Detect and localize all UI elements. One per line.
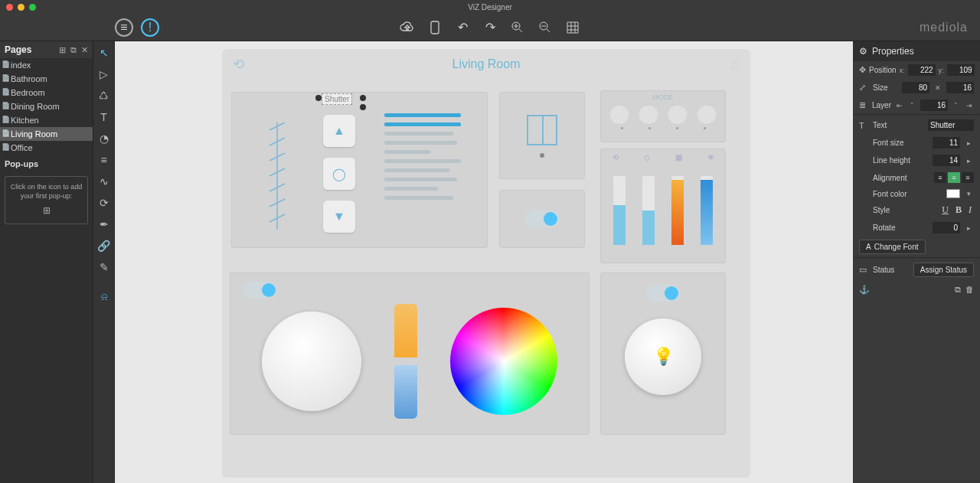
pen-tool-icon[interactable]: ✒ [97, 217, 111, 231]
back-icon[interactable]: ⟲ [233, 56, 244, 73]
link-tool-icon[interactable]: 🔗 [97, 239, 111, 253]
add-popup-icon[interactable]: ⊞ [10, 205, 83, 217]
menu-button[interactable]: ≡ [115, 18, 133, 37]
lock-aspect-icon[interactable]: ✕ [933, 84, 943, 92]
layer-front-icon[interactable]: ⇥ [964, 102, 974, 109]
minimize-icon[interactable] [18, 4, 24, 11]
text-input[interactable] [928, 119, 974, 131]
shutter-stop-button[interactable]: ◯ [323, 158, 355, 190]
shutter-down-button[interactable]: ▼ [323, 201, 355, 233]
undo-icon[interactable]: ↶ [455, 20, 470, 35]
share-tool-icon[interactable]: ⍾ [97, 289, 111, 303]
layer-back-icon[interactable]: ⇤ [894, 102, 904, 109]
ruler-widget[interactable] [254, 122, 300, 230]
layer-icon: ≣ [859, 100, 869, 110]
layer-down-icon[interactable]: ˅ [907, 102, 917, 109]
height-input[interactable] [946, 82, 974, 93]
color-dropdown-icon[interactable]: ▾ [963, 190, 974, 197]
stepper-icon[interactable]: ▸ [963, 224, 974, 232]
shutter-card[interactable]: Shutter ▲ ◯ ▼ [231, 92, 488, 248]
level-bar[interactable] [701, 176, 713, 245]
page-item[interactable]: Bedroom [0, 86, 93, 100]
play-tool-icon[interactable]: ▷ [97, 67, 111, 81]
align-right-icon[interactable]: ≡ [962, 172, 974, 183]
underline-icon[interactable]: U [939, 204, 951, 215]
maximize-icon[interactable] [29, 4, 36, 11]
text-tool-icon[interactable]: T [97, 110, 111, 124]
position-x-input[interactable] [908, 64, 936, 76]
zoom-in-icon[interactable] [510, 20, 525, 35]
delete-icon[interactable]: 🗑 [965, 285, 974, 294]
shape-tool-icon[interactable]: ♺ [97, 89, 111, 103]
canvas[interactable]: ⟲ Living Room ⌂ Shutter [115, 41, 853, 483]
page-item[interactable]: Dining Room [0, 100, 93, 113]
brightness-dial[interactable] [262, 312, 361, 411]
window-controls[interactable] [0, 4, 36, 11]
bold-icon[interactable]: B [953, 204, 964, 215]
selection-handle[interactable] [315, 95, 322, 101]
color-card[interactable] [230, 273, 590, 435]
mode-button[interactable] [639, 104, 658, 124]
font-color-swatch[interactable] [946, 189, 960, 198]
layer-input[interactable] [920, 100, 948, 111]
stepper-icon[interactable]: ▸ [963, 157, 974, 165]
refresh-tool-icon[interactable]: ⟳ [97, 196, 111, 210]
assign-status-button[interactable]: Assign Status [913, 263, 974, 277]
close-icon[interactable] [6, 4, 13, 11]
copy-icon[interactable]: ⧉ [955, 285, 961, 294]
toggle-switch[interactable] [646, 285, 680, 302]
duplicate-page-icon[interactable]: ⧉ [70, 45, 77, 55]
device-icon[interactable] [427, 20, 443, 35]
grid-icon[interactable] [565, 20, 580, 35]
alert-button[interactable]: ! [141, 18, 159, 37]
level-bar[interactable] [613, 176, 626, 245]
light-card[interactable]: 💡 [600, 273, 726, 435]
cloud-upload-icon[interactable] [400, 20, 415, 35]
page-item[interactable]: index [0, 58, 93, 72]
line-height-input[interactable] [933, 155, 960, 166]
layer-up-icon[interactable]: ˄ [951, 102, 961, 109]
add-page-icon[interactable]: ⊞ [59, 45, 66, 55]
change-font-button[interactable]: A Change Font [859, 240, 926, 254]
window-card[interactable] [499, 92, 585, 179]
clock-tool-icon[interactable]: ◔ [97, 132, 111, 145]
anchor-icon[interactable]: ⚓ [859, 285, 870, 295]
align-left-icon[interactable]: ≡ [934, 172, 946, 183]
shutter-up-button[interactable]: ▲ [323, 115, 355, 147]
width-input[interactable] [902, 82, 929, 93]
selection-handle[interactable] [360, 95, 366, 101]
stepper-icon[interactable]: ▸ [963, 139, 974, 147]
toggle-switch[interactable] [525, 210, 559, 227]
pointer-tool-icon[interactable]: ↖ [97, 46, 111, 60]
page-item[interactable]: Bathroom [0, 72, 93, 86]
selected-element-label[interactable]: Shutter [322, 93, 352, 105]
toggle-switch[interactable] [243, 282, 277, 299]
brush-tool-icon[interactable]: ✎ [97, 260, 111, 274]
chart-tool-icon[interactable]: ∿ [97, 175, 111, 188]
sliders-tool-icon[interactable]: ≡ [97, 153, 111, 167]
page-item[interactable]: Office [0, 141, 93, 155]
light-dial[interactable]: 💡 [625, 318, 701, 395]
temperature-slider[interactable] [394, 304, 417, 419]
rgb-card[interactable]: ⟲◇▦❄ [600, 148, 726, 263]
selection-handle[interactable] [360, 104, 366, 110]
page-item[interactable]: Kitchen [0, 113, 93, 127]
italic-icon[interactable]: I [966, 204, 974, 215]
mode-button[interactable] [697, 104, 717, 124]
color-wheel[interactable] [450, 308, 557, 415]
mode-button[interactable] [668, 104, 688, 124]
align-center-icon[interactable]: ≡ [948, 172, 960, 183]
page-item[interactable]: Living Room [0, 127, 93, 141]
redo-icon[interactable]: ↷ [482, 20, 498, 35]
level-bar[interactable] [671, 176, 684, 245]
level-bar[interactable] [642, 176, 655, 245]
mode-button[interactable] [609, 104, 629, 124]
delete-page-icon[interactable]: ✕ [81, 45, 88, 55]
zoom-out-icon[interactable] [537, 20, 553, 35]
home-icon[interactable]: ⌂ [731, 57, 740, 73]
font-size-input[interactable] [933, 137, 960, 148]
rotate-input[interactable] [933, 222, 960, 233]
position-y-input[interactable] [947, 64, 975, 76]
toggle-card[interactable] [499, 190, 585, 248]
mode-card[interactable]: MODE [600, 90, 726, 142]
